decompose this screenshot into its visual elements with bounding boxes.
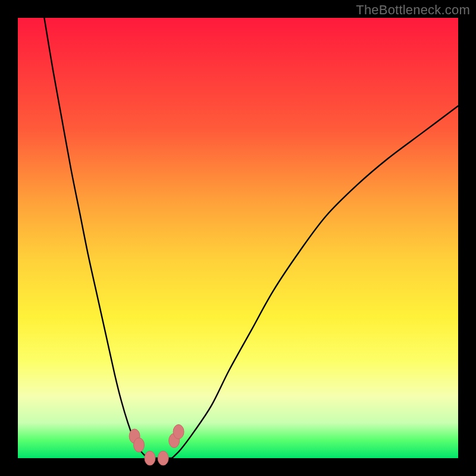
curve-left-branch	[44, 18, 148, 458]
curve-layer	[18, 18, 458, 458]
curve-right-branch	[172, 106, 458, 458]
marker-floor-b	[158, 451, 168, 465]
marker-left-cluster-b	[134, 438, 145, 452]
watermark-text: TheBottleneck.com	[356, 2, 470, 18]
marker-floor-a	[145, 451, 155, 465]
plot-area	[18, 18, 458, 458]
marker-group	[129, 425, 184, 465]
marker-right-cluster-b	[173, 425, 184, 439]
figure-frame: TheBottleneck.com	[0, 0, 476, 476]
